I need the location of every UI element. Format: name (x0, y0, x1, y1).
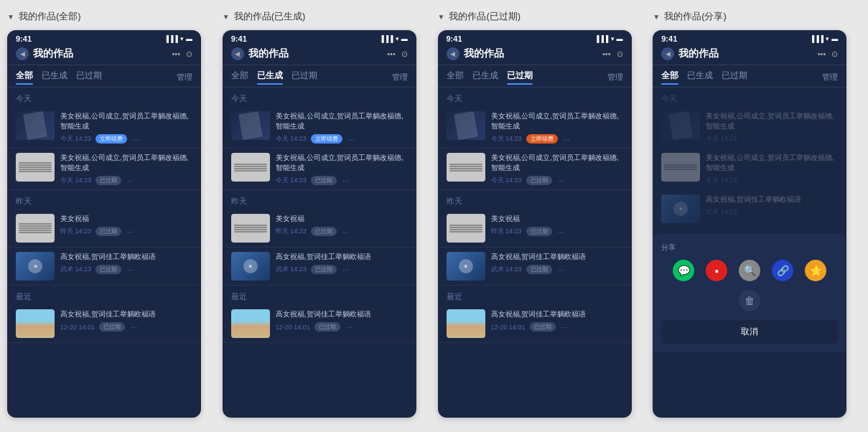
more-icon-1[interactable]: ••• (172, 50, 180, 58)
share-delete-btn[interactable]: 🗑 (739, 290, 760, 311)
wechat-icon[interactable]: 💬 (673, 260, 694, 281)
work-title-2-5: 高女祝福,贺词佳工举躺欧福语 (276, 309, 408, 319)
work-more-1-3[interactable]: ··· (127, 227, 134, 236)
moments-icon[interactable]: ● (706, 260, 727, 281)
work-time-1-4: 武术 14:23 (60, 265, 91, 274)
date-latest-1: 最近 (7, 286, 201, 305)
chevron-icon-4: ▼ (653, 13, 660, 21)
work-more-1-1[interactable]: ··· (133, 135, 139, 144)
more-icon-3[interactable]: ••• (602, 50, 611, 58)
phone-frame-2: 9:41 ▐▐▐ ▾ ▬ ◀ 我的作品 ••• ⊙ 全部 已生成 已过期 管理 … (223, 30, 416, 418)
app-title-3: 我的作品 (464, 47, 504, 60)
work-item-3-1: 美女祝福,公司成立,贺词员工举躺改福德,智能生成 今天 14:23 立即续费 ·… (438, 107, 632, 149)
back-btn-3[interactable]: ◀ (447, 47, 459, 60)
tabs-bar-4: 全部 已生成 已过期 管理 (653, 65, 846, 88)
work-more-1-2[interactable]: ··· (127, 177, 134, 185)
tab-generated-3[interactable]: 已生成 (472, 70, 498, 84)
work-btn-2-4[interactable]: 已过期 (311, 265, 337, 274)
status-time-1: 9:41 (16, 34, 32, 43)
tab-manage-2[interactable]: 管理 (392, 72, 408, 83)
cancel-btn[interactable]: 取消 (661, 320, 838, 344)
phone-frame-4: 9:41 ▐▐▐ ▾ ▬ ◀ 我的作品 ••• ⊙ 全部 已生成 已过期 管理 (653, 30, 846, 418)
work-more-1-5[interactable]: ··· (131, 323, 137, 332)
delete-icon[interactable]: 🗑 (739, 290, 760, 311)
link-icon[interactable]: 🔗 (772, 260, 793, 281)
work-title-2-2: 美女祝福,公司成立,贺词员工举躺改福德,智能生成 (276, 153, 408, 173)
tab-expired-1[interactable]: 已过期 (76, 70, 102, 84)
status-icons-4: ▐▐▐ ▾ ▬ (810, 35, 838, 42)
settings-icon-4[interactable]: ⊙ (831, 50, 838, 59)
tab-expired-4[interactable]: 已过期 (722, 70, 747, 84)
more-icon-4[interactable]: ••• (818, 50, 826, 58)
date-latest-2: 最近 (223, 286, 416, 305)
work-btn-3-1[interactable]: 立即续费 (526, 134, 558, 144)
back-btn-1[interactable]: ◀ (16, 47, 29, 60)
more-icon-2[interactable]: ••• (387, 50, 396, 58)
tab-generated-1[interactable]: 已生成 (42, 70, 67, 84)
work-btn-3-2[interactable]: 已过期 (526, 176, 552, 185)
tab-expired-2[interactable]: 已过期 (291, 70, 317, 84)
work-item-2-5: 高女祝福,贺词佳工举躺欧福语 12-20 14:01 已过期 ··· (223, 305, 416, 343)
back-btn-4[interactable]: ◀ (661, 47, 674, 60)
work-meta-1-1: 今天 14:23 立即续费 ··· (60, 134, 192, 144)
work-btn-3-4[interactable]: 已过期 (526, 265, 552, 274)
tab-all-1[interactable]: 全部 (16, 70, 33, 84)
tab-generated-4[interactable]: 已生成 (687, 70, 713, 84)
section-expired: ▼ 我的作品(已过期) 9:41 ▐▐▐ ▾ ▬ ◀ 我的作品 ••• ⊙ 全部… (438, 7, 646, 418)
work-content-1-1: 美女祝福,公司成立,贺词员工举躺改福德,智能生成 今天 14:23 立即续费 ·… (60, 111, 192, 144)
tab-expired-3[interactable]: 已过期 (507, 70, 533, 84)
work-btn-gray-1-3[interactable]: 已过期 (95, 227, 121, 236)
share-panel: 分享 💬 ● 🔍 🔗 ⭐ 🗑 (653, 234, 846, 352)
work-btn-2-5[interactable]: 已过期 (314, 322, 340, 332)
settings-icon-2[interactable]: ⊙ (401, 50, 408, 59)
back-btn-2[interactable]: ◀ (231, 47, 244, 60)
work-item-1-2: 美女祝福,公司成立,贺词员工举躺改福德,智能生成 今天 14:23 已过期 ··… (7, 149, 201, 190)
share-actions-row: 🗑 (661, 290, 838, 311)
work-btn-3-5[interactable]: 已过期 (530, 322, 556, 332)
share-wechat[interactable]: 💬 (673, 260, 694, 281)
search-share-icon[interactable]: 🔍 (739, 260, 760, 281)
share-link[interactable]: 🔗 (772, 260, 793, 281)
date-today-2: 今天 (223, 88, 416, 107)
app-header-right-1: ••• ⊙ (172, 50, 192, 59)
app-header-4: ◀ 我的作品 ••• ⊙ (653, 44, 846, 65)
date-today-3: 今天 (438, 88, 632, 107)
work-item-1-4: ☀ 高女祝福,贺词佳工举躺欧福语 武术 14:23 已过期 ··· (7, 248, 201, 286)
work-btn-2-1[interactable]: 立即续费 (311, 134, 342, 144)
app-header-3: ◀ 我的作品 ••• ⊙ (438, 44, 632, 65)
work-btn-gray-1-5[interactable]: 已过期 (99, 322, 125, 332)
section-generated: ▼ 我的作品(已生成) 9:41 ▐▐▐ ▾ ▬ ◀ 我的作品 ••• ⊙ 全部… (223, 7, 431, 418)
tab-all-3[interactable]: 全部 (447, 70, 464, 84)
work-btn-gray-1-4[interactable]: 已过期 (95, 265, 121, 274)
share-star[interactable]: ⭐ (805, 260, 826, 281)
tab-manage-3[interactable]: 管理 (607, 72, 623, 83)
work-btn-2-3[interactable]: 已过期 (311, 227, 337, 236)
section-all: ▼ 我的作品(全部) 9:41 ▐▐▐ ▾ ▬ ◀ 我的作品 ••• ⊙ 全部 (7, 7, 215, 418)
settings-icon-1[interactable]: ⊙ (186, 50, 192, 59)
work-title-3-2: 美女祝福,公司成立,贺词员工举躺改福德,智能生成 (491, 153, 623, 173)
app-title-2: 我的作品 (248, 47, 289, 60)
work-meta-1-3: 昨天 14:23 已过期 ··· (60, 227, 192, 236)
work-btn-2-2[interactable]: 已过期 (311, 176, 337, 185)
tab-generated-2[interactable]: 已生成 (257, 70, 283, 84)
status-time-3: 9:41 (447, 34, 462, 43)
status-icons-2: ▐▐▐ ▾ ▬ (380, 35, 408, 42)
share-search[interactable]: 🔍 (739, 260, 760, 281)
tab-manage-1[interactable]: 管理 (177, 72, 192, 83)
share-moments[interactable]: ● (706, 260, 727, 281)
share-icons-row: 💬 ● 🔍 🔗 ⭐ (661, 260, 838, 281)
work-btn-generate-1-1[interactable]: 立即续费 (95, 134, 127, 144)
settings-icon-3[interactable]: ⊙ (617, 50, 623, 59)
tab-manage-4[interactable]: 管理 (822, 72, 838, 83)
work-btn-gray-1-2[interactable]: 已过期 (95, 176, 121, 185)
tab-all-4[interactable]: 全部 (661, 70, 678, 84)
work-more-1-4[interactable]: ··· (127, 266, 134, 274)
status-icons-3: ▐▐▐ ▾ ▬ (594, 35, 622, 42)
work-item-1-1: 美女祝福,公司成立,贺词员工举躺改福德,智能生成 今天 14:23 立即续费 ·… (7, 107, 201, 149)
tab-all-2[interactable]: 全部 (231, 70, 248, 84)
dimmed-content-4: 今天 美女祝福,公司成立,贺词员工举躺改福德,智能生成 今天 14:23 ···… (653, 88, 846, 228)
tabs-bar-2: 全部 已生成 已过期 管理 (223, 65, 416, 88)
status-bar-4: 9:41 ▐▐▐ ▾ ▬ (653, 30, 846, 44)
work-btn-3-3[interactable]: 已过期 (526, 227, 552, 236)
star-icon[interactable]: ⭐ (805, 260, 826, 281)
